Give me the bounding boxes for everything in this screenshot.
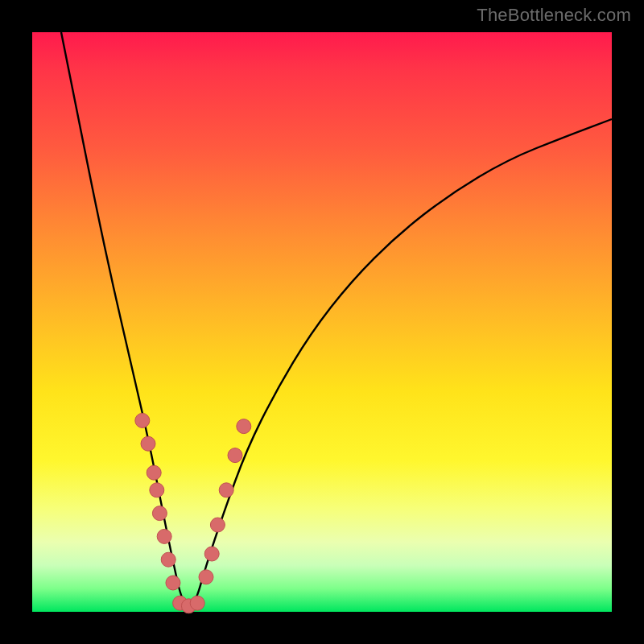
curve-marker	[190, 596, 204, 610]
curve-svg	[32, 32, 612, 612]
plot-area	[32, 32, 612, 612]
chart-container: TheBottleneck.com	[0, 0, 644, 644]
curve-marker	[228, 448, 242, 463]
curve-marker	[141, 436, 155, 451]
watermark-text: TheBottleneck.com	[477, 5, 631, 26]
curve-marker	[237, 419, 251, 434]
curve-marker	[147, 465, 161, 480]
curve-marker	[157, 529, 171, 543]
curve-marker	[161, 552, 175, 567]
bottleneck-curve	[61, 32, 612, 606]
curve-marker	[219, 483, 233, 497]
marker-group	[135, 413, 251, 613]
curve-marker	[204, 547, 219, 561]
curve-marker	[150, 483, 164, 497]
curve-marker	[199, 570, 213, 584]
curve-marker	[166, 576, 180, 590]
curve-marker	[210, 518, 225, 532]
curve-marker	[152, 506, 167, 521]
curve-marker	[135, 413, 150, 427]
